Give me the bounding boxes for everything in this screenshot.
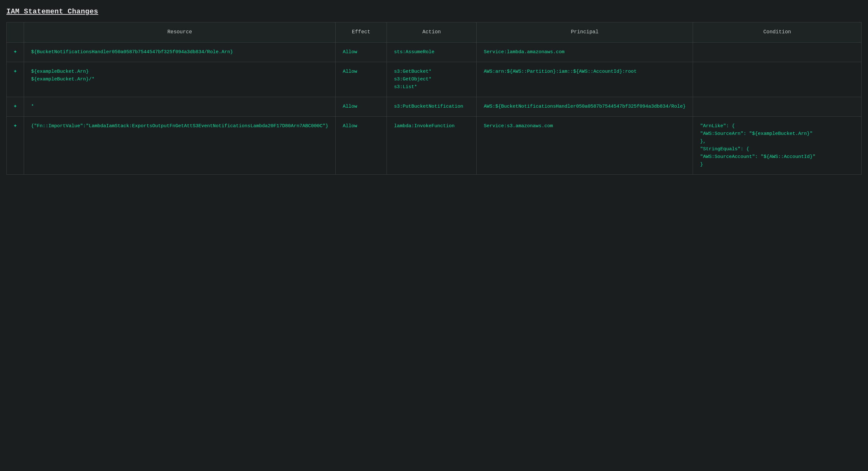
page-title: IAM Statement Changes (6, 8, 862, 16)
row-action: s3:GetBucket* s3:GetObject* s3:List* (387, 62, 477, 97)
row-effect: Allow (336, 42, 387, 62)
row-effect: Allow (336, 97, 387, 116)
row-condition (693, 62, 862, 97)
col-header-effect: Effect (336, 23, 387, 42)
row-condition (693, 42, 862, 62)
row-resource: ${exampleBucket.Arn} ${exampleBucket.Arn… (24, 62, 336, 97)
row-action: sts:AssumeRole (387, 42, 477, 62)
row-action: s3:PutBucketNotification (387, 97, 477, 116)
row-principal: AWS:arn:${AWS::Partition}:iam::${AWS::Ac… (477, 62, 693, 97)
row-action: lambda:InvokeFunction (387, 116, 477, 174)
iam-statement-table: Resource Effect Action Principal Conditi… (6, 22, 862, 175)
row-condition (693, 97, 862, 116)
table-row: + {"Fn::ImportValue":"LambdaIamStack:Exp… (7, 116, 862, 174)
table-row: + ${exampleBucket.Arn} ${exampleBucket.A… (7, 62, 862, 97)
row-resource: ${BucketNotificationsHandler050a0587b754… (24, 42, 336, 62)
table-row: + * Allow s3:PutBucketNotification AWS:$… (7, 97, 862, 116)
col-header-condition: Condition (693, 23, 862, 42)
col-header-indicator (7, 23, 24, 42)
row-principal: Service:s3.amazonaws.com (477, 116, 693, 174)
col-header-action: Action (387, 23, 477, 42)
row-indicator: + (7, 116, 24, 174)
row-condition: "ArnLike": { "AWS:SourceArn": "${example… (693, 116, 862, 174)
row-indicator: + (7, 97, 24, 116)
table-row: + ${BucketNotificationsHandler050a0587b7… (7, 42, 862, 62)
row-principal: AWS:${BucketNotificationsHandler050a0587… (477, 97, 693, 116)
row-principal: Service:lambda.amazonaws.com (477, 42, 693, 62)
row-indicator: + (7, 42, 24, 62)
col-header-resource: Resource (24, 23, 336, 42)
table-header-row: Resource Effect Action Principal Conditi… (7, 23, 862, 42)
row-effect: Allow (336, 116, 387, 174)
row-indicator: + (7, 62, 24, 97)
row-resource: {"Fn::ImportValue":"LambdaIamStack:Expor… (24, 116, 336, 174)
row-effect: Allow (336, 62, 387, 97)
col-header-principal: Principal (477, 23, 693, 42)
row-resource: * (24, 97, 336, 116)
